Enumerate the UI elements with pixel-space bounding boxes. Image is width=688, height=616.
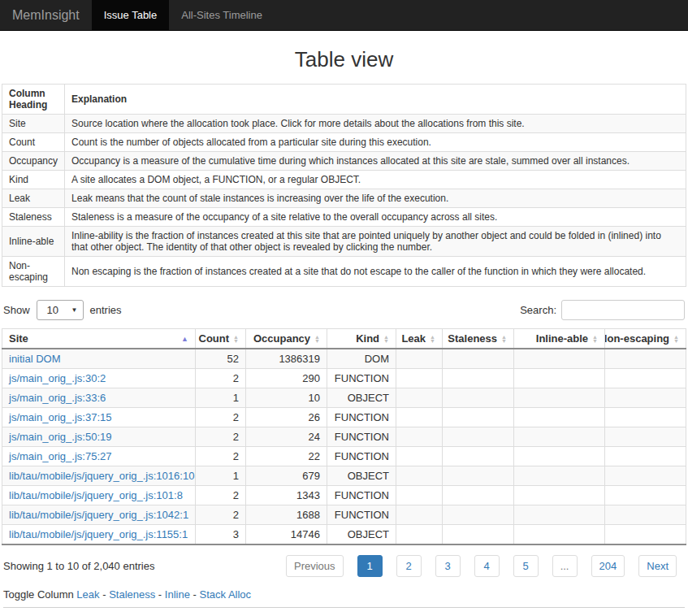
occupancy-cell: 1386319 — [246, 349, 327, 369]
count-cell: 2 — [196, 505, 246, 525]
column-header-leak[interactable]: Leak ▲▼ — [396, 329, 443, 349]
explanation-row: Leak Leak means that the count of stale … — [2, 189, 686, 208]
occupancy-cell: 679 — [246, 466, 327, 486]
kind-cell: OBJECT — [327, 388, 396, 408]
staleness-cell — [443, 447, 514, 466]
page-button-3[interactable]: 3 — [435, 555, 461, 577]
site-link[interactable]: js/main_orig_.js:33:6 — [9, 392, 106, 404]
occupancy-cell: 1688 — [246, 505, 327, 525]
sort-both-icon: ▲▼ — [314, 335, 320, 343]
inline-able-cell — [514, 447, 605, 466]
explanation-text: A site allocates a DOM object, a FUNCTIO… — [65, 171, 686, 189]
explanation-text: Occupancy is a measure of the cumulative… — [65, 152, 686, 171]
staleness-cell — [443, 349, 514, 369]
column-header-occupancy[interactable]: Occupancy ▲▼ — [246, 329, 327, 349]
page-button-1[interactable]: 1 — [357, 555, 383, 577]
column-label: Count — [199, 332, 230, 345]
table-controls: Show 10 ▼ entries Search: — [2, 300, 686, 320]
separator: - — [102, 588, 106, 601]
sort-both-icon: ▲▼ — [430, 335, 435, 343]
site-link[interactable]: lib/tau/mobile/js/jquery_orig_.js:1042:1 — [9, 509, 188, 521]
column-header-site[interactable]: Site ▲ — [2, 329, 196, 349]
occupancy-cell: 26 — [246, 408, 327, 427]
occupancy-cell: 1343 — [246, 486, 327, 505]
site-link[interactable]: js/main_orig_.js:30:2 — [9, 372, 106, 384]
explanation-header-row: Column Heading Explanation — [2, 85, 686, 115]
table-row: js/main_orig_.js:30:2 2 290 FUNCTION — [2, 369, 686, 388]
explanation-row: Kind A site allocates a DOM object, a FU… — [2, 171, 686, 189]
page-button-2[interactable]: 2 — [396, 555, 422, 577]
non-escaping-cell — [605, 408, 686, 427]
explanation-term: Occupancy — [2, 152, 65, 171]
explanation-term: Kind — [2, 171, 65, 189]
table-row: lib/tau/mobile/js/jquery_orig_.js:1155:1… — [2, 525, 686, 545]
page-size-value: 10 — [47, 304, 58, 316]
column-header-count[interactable]: Count ▲▼ — [196, 329, 246, 349]
explanation-text: Staleness is a measure of the occupancy … — [65, 208, 686, 227]
explanation-term: Count — [2, 133, 65, 152]
column-label: Site — [9, 332, 28, 345]
page-button-5[interactable]: 5 — [513, 555, 539, 577]
leak-cell — [396, 388, 443, 408]
separator: - — [158, 588, 162, 601]
column-label: Inline-able — [536, 332, 588, 345]
explanation-row: Staleness Staleness is a measure of the … — [2, 208, 686, 227]
site-link[interactable]: lib/tau/mobile/js/jquery_orig_.js:1155:1 — [9, 528, 188, 540]
column-label: Non-escaping — [605, 332, 670, 345]
site-link[interactable]: js/main_orig_.js:37:15 — [9, 411, 111, 423]
explanation-table: Column Heading Explanation Site Source l… — [2, 84, 686, 287]
explanation-row: Site Source location where the allocatio… — [2, 115, 686, 133]
column-header-inline-able[interactable]: Inline-able ▲▼ — [514, 329, 605, 349]
non-escaping-cell — [605, 505, 686, 525]
tab-issue-table[interactable]: Issue Table — [92, 0, 170, 30]
toggle-link-leak[interactable]: Leak — [76, 588, 99, 601]
site-link[interactable]: js/main_orig_.js:75:27 — [9, 450, 111, 462]
inline-able-cell — [514, 466, 605, 486]
search-control: Search: — [520, 300, 685, 320]
explanation-term: Site — [2, 115, 65, 133]
explanation-row: Count Count is the number of objects all… — [2, 133, 686, 152]
staleness-cell — [443, 466, 514, 486]
occupancy-cell: 22 — [246, 447, 327, 466]
site-link[interactable]: lib/tau/mobile/js/jquery_orig_.js:101:8 — [9, 489, 183, 501]
staleness-cell — [443, 388, 514, 408]
explanation-text: Non escaping is the fraction of instance… — [65, 257, 686, 287]
non-escaping-cell — [605, 447, 686, 466]
explanation-text: Leak means that the count of stale insta… — [65, 189, 686, 208]
column-header-kind[interactable]: Kind ▲▼ — [327, 329, 396, 349]
page-size-select[interactable]: 10 ▼ — [37, 300, 84, 320]
toggle-link-inline[interactable]: Inline — [165, 588, 190, 601]
non-escaping-cell — [605, 486, 686, 505]
inline-able-cell — [514, 525, 605, 545]
non-escaping-cell — [605, 369, 686, 388]
inline-able-cell — [514, 349, 605, 369]
search-input[interactable] — [561, 300, 685, 320]
page-button-204[interactable]: 204 — [591, 555, 625, 577]
site-link[interactable]: initial DOM — [9, 353, 61, 365]
page-button-4[interactable]: 4 — [474, 555, 500, 577]
toggle-link-stack-alloc[interactable]: Stack Alloc — [200, 588, 252, 601]
site-link[interactable]: lib/tau/mobile/js/jquery_orig_.js:1016:1… — [9, 470, 194, 482]
column-header-staleness[interactable]: Staleness ▲▼ — [443, 329, 514, 349]
next-page-button[interactable]: Next — [638, 555, 677, 577]
occupancy-cell: 10 — [246, 388, 327, 408]
app-brand[interactable]: MemInsight — [0, 0, 92, 30]
occupancy-cell: 290 — [246, 369, 327, 388]
column-header-non-escaping[interactable]: Non-escaping ▲▼ — [605, 329, 686, 349]
navbar: MemInsight Issue Table All-Sites Timelin… — [0, 0, 688, 31]
previous-page-button[interactable]: Previous — [286, 555, 344, 577]
entries-label: entries — [90, 304, 122, 316]
toggle-link-staleness[interactable]: Staleness — [109, 588, 155, 601]
kind-cell: FUNCTION — [327, 505, 396, 525]
bottom-divider — [3, 607, 685, 608]
staleness-cell — [443, 525, 514, 545]
sort-both-icon: ▲▼ — [501, 335, 507, 343]
tab-all-sites-timeline[interactable]: All-Sites Timeline — [169, 0, 275, 30]
staleness-cell — [443, 486, 514, 505]
page-title: Table view — [0, 47, 688, 72]
staleness-cell — [443, 427, 514, 447]
count-cell: 2 — [196, 408, 246, 427]
occupancy-cell: 24 — [246, 427, 327, 447]
site-link[interactable]: js/main_orig_.js:50:19 — [9, 431, 111, 443]
count-cell: 3 — [196, 525, 246, 545]
